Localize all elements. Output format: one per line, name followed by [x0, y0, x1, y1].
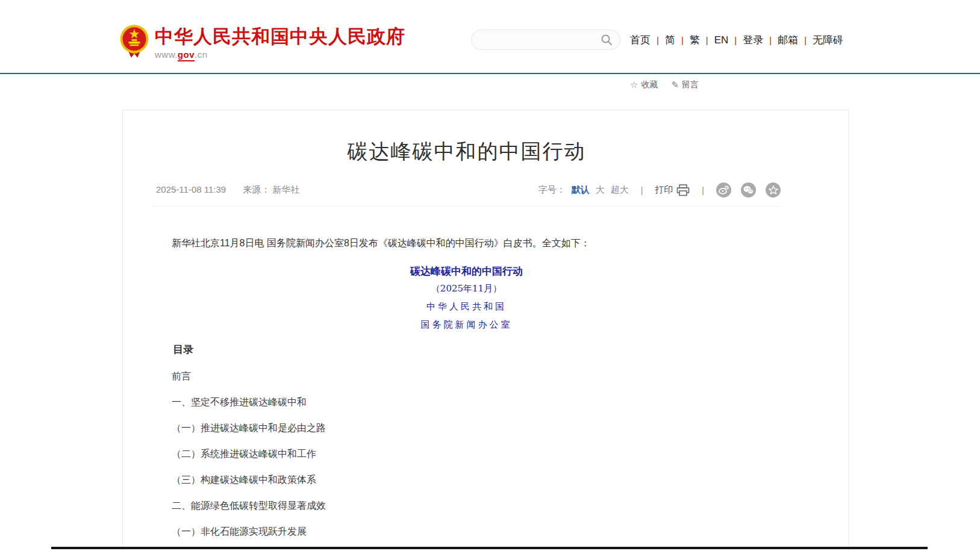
- nav-separator: |: [769, 35, 772, 45]
- print-button[interactable]: 打印: [655, 184, 690, 196]
- header-divider: [0, 73, 980, 74]
- doc-org-line1: 中华人民共和国: [152, 300, 781, 313]
- font-size-large[interactable]: 大: [596, 184, 605, 196]
- article: 碳达峰碳中和的中国行动 2025-11-08 11:39 来源： 新华社 字号：…: [152, 138, 781, 538]
- toc-item-1-1: （一）推进碳达峰碳中和是必由之路: [152, 422, 781, 434]
- meta-separator: |: [641, 185, 643, 195]
- printer-icon: [676, 184, 690, 196]
- doc-title: 碳达峰碳中和的中国行动: [152, 264, 781, 278]
- nav-separator: |: [706, 35, 708, 45]
- page-actions: ☆ 收藏 ✎ 留言: [0, 79, 699, 90]
- site-title: 中华人民共和国中央人民政府: [155, 26, 405, 47]
- doc-date: （2025年11月）: [152, 282, 781, 294]
- toc-item-1: 一、坚定不移推进碳达峰碳中和: [152, 396, 781, 408]
- font-size-label: 字号：: [538, 184, 566, 196]
- article-lead: 新华社北京11月8日电 国务院新闻办公室8日发布《碳达峰碳中和的中国行动》白皮书…: [152, 237, 781, 250]
- font-size-xlarge[interactable]: 超大: [611, 184, 629, 196]
- font-size-default[interactable]: 默认: [572, 184, 590, 196]
- toc-heading: 目录: [152, 343, 781, 356]
- weibo-share-icon[interactable]: [716, 182, 731, 198]
- nav-accessibility[interactable]: 无障碍: [813, 33, 843, 47]
- article-date: 2025-11-08 11:39: [156, 184, 226, 196]
- top-nav: 首页| 简| 繁| EN| 登录| 邮箱| 无障碍: [630, 33, 843, 47]
- wechat-share-icon[interactable]: [741, 182, 756, 198]
- toc-item-2-1: （一）非化石能源实现跃升发展: [152, 526, 781, 538]
- nav-separator: |: [734, 35, 737, 45]
- pencil-icon: ✎: [671, 79, 679, 90]
- toc-item-1-2: （二）系统推进碳达峰碳中和工作: [152, 448, 781, 460]
- article-card: 碳达峰碳中和的中国行动 2025-11-08 11:39 来源： 新华社 字号：…: [122, 110, 849, 551]
- national-emblem-icon: [119, 24, 150, 59]
- site-url: www.gov.cn: [155, 49, 405, 60]
- article-meta-row: 2025-11-08 11:39 来源： 新华社 字号： 默认 大 超大 | 打…: [152, 182, 781, 207]
- nav-login[interactable]: 登录: [743, 33, 763, 47]
- nav-home[interactable]: 首页: [630, 33, 651, 47]
- search-icon[interactable]: [601, 34, 613, 46]
- nav-mail[interactable]: 邮箱: [778, 33, 798, 47]
- viewport-bottom-edge: [51, 547, 928, 549]
- nav-separator: |: [804, 35, 807, 45]
- nav-traditional[interactable]: 繁: [690, 33, 700, 47]
- search-input[interactable]: [471, 30, 620, 50]
- site-logo[interactable]: 中华人民共和国中央人民政府 www.gov.cn: [119, 24, 405, 60]
- nav-separator: |: [657, 35, 659, 45]
- article-source: 来源： 新华社: [243, 184, 299, 196]
- toc-item-2: 二、能源绿色低碳转型取得显著成效: [152, 500, 781, 512]
- print-label: 打印: [655, 184, 673, 196]
- favorite-button[interactable]: ☆ 收藏: [630, 79, 658, 90]
- toc-item-1-3: （三）构建碳达峰碳中和政策体系: [152, 474, 781, 486]
- nav-english[interactable]: EN: [714, 34, 729, 46]
- article-title: 碳达峰碳中和的中国行动: [152, 138, 781, 164]
- star-outline-icon: ☆: [630, 79, 638, 90]
- comment-label: 留言: [682, 79, 699, 90]
- nav-separator: |: [681, 35, 684, 45]
- toc-item-preface: 前言: [152, 370, 781, 382]
- article-meta-left: 2025-11-08 11:39 来源： 新华社: [152, 184, 299, 196]
- meta-separator: |: [702, 185, 704, 195]
- site-header: 中华人民共和国中央人民政府 www.gov.cn 首页| 简| 繁| EN| 登…: [0, 0, 980, 73]
- doc-org-line2: 国务院新闻办公室: [152, 319, 781, 331]
- nav-simplified[interactable]: 简: [665, 33, 675, 47]
- favorite-label: 收藏: [641, 79, 658, 90]
- article-meta-right: 字号： 默认 大 超大 | 打印 |: [538, 182, 781, 198]
- qzone-star-share-icon[interactable]: [766, 182, 781, 198]
- comment-button[interactable]: ✎ 留言: [671, 79, 699, 90]
